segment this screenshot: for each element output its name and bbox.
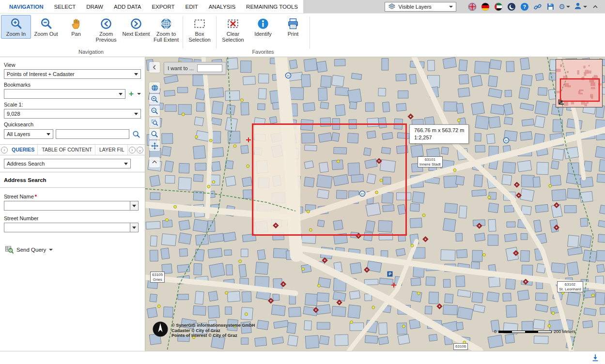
menu-tab-select[interactable]: SELECT [49, 0, 81, 14]
germany-flag-icon[interactable] [481, 2, 490, 12]
street-number-dropdown-button[interactable] [130, 223, 138, 232]
bookmark-menu-caret[interactable] [137, 93, 141, 97]
query-type-value: Address Search [7, 161, 45, 167]
tool-clear-selection[interactable]: Clear Selection [218, 15, 248, 45]
quicksearch-search-icon[interactable] [132, 129, 141, 139]
map-zoom-extent-icon[interactable] [149, 129, 160, 139]
tabs-scroll-left-icon[interactable]: ‹ [1, 147, 8, 153]
i-want-to-widget[interactable]: I want to ... [164, 62, 226, 75]
uae-flag-icon[interactable] [494, 2, 503, 12]
quicksearch-label: Quicksearch [4, 121, 141, 127]
tool-box-selection[interactable]: Box Selection [185, 15, 215, 45]
save-icon[interactable] [546, 2, 556, 12]
print-icon [287, 17, 300, 30]
pan-hand-icon [70, 17, 83, 30]
dark-mode-icon[interactable] [507, 2, 516, 12]
collapse-ribbon-icon[interactable] [590, 2, 600, 12]
scale-select[interactable]: 9,028 [4, 109, 141, 119]
street-name-input[interactable] [4, 201, 130, 210]
map-pan-move-icon[interactable] [149, 140, 160, 151]
globe-icon [160, 17, 173, 30]
tab-table-of-content[interactable]: TABLE OF CONTENT [39, 145, 95, 155]
menu-tab-analysis[interactable]: ANALYSIS [203, 0, 241, 14]
box-selection-icon [193, 17, 206, 30]
i-want-to-label: I want to ... [168, 65, 194, 71]
view-label: View [4, 62, 141, 68]
street-number-label: Street Number [4, 215, 141, 221]
district-label-innere-stadt: 63101 Innere Stadt [418, 156, 443, 167]
street-name-combo [4, 201, 139, 211]
ribbon-group-navigation: Zoom In Zoom Out Pan [1, 14, 181, 57]
ribbon-group-favorites: Clear Selection Identify Print Favorites [218, 14, 308, 57]
download-icon[interactable] [590, 353, 600, 363]
ribbon-group-label [185, 49, 215, 57]
scale-select-value: 9,028 [7, 111, 20, 117]
add-bookmark-button[interactable]: + [128, 90, 135, 98]
street-name-label: Street Name* [4, 194, 141, 199]
tool-print[interactable]: Print [278, 15, 308, 39]
tool-label: Zoom Previous [92, 31, 120, 43]
bookmarks-select[interactable] [4, 89, 125, 99]
ribbon-separator [310, 16, 310, 49]
tool-label: Clear Selection [219, 31, 247, 43]
menu-tab-edit[interactable]: EDIT [180, 0, 203, 14]
user-account-icon [574, 1, 582, 12]
tool-zoom-to-full-extent[interactable]: Zoom to Full Extent [151, 15, 181, 45]
tool-label: Identify [254, 31, 271, 37]
left-panel: View Points of Interest + Cadaster Bookm… [0, 57, 145, 351]
svg-text:?: ? [523, 4, 526, 9]
svg-text:H: H [287, 74, 290, 78]
tool-zoom-out[interactable]: Zoom Out [31, 15, 61, 39]
street-number-combo [4, 223, 139, 232]
map-scroll-up-icon[interactable] [149, 157, 160, 167]
tool-next-extent[interactable]: Next Extent [121, 15, 151, 39]
next-extent-icon [130, 17, 143, 30]
layers-icon [388, 2, 396, 11]
i-want-to-input[interactable] [197, 64, 222, 72]
zoom-out-icon [40, 17, 53, 30]
tool-zoom-in[interactable]: Zoom In [1, 15, 31, 39]
ribbon-group-selection: Box Selection [185, 14, 215, 57]
map-zoom-in-icon[interactable] [149, 94, 160, 105]
menu-tab-draw[interactable]: DRAW [81, 0, 109, 14]
query-type-select[interactable]: Address Search [4, 159, 131, 168]
street-number-input[interactable] [4, 223, 130, 232]
quicksearch-input[interactable] [56, 129, 129, 139]
tool-identify[interactable]: Identify [248, 15, 278, 39]
bookmarks-label: Bookmarks [4, 82, 141, 88]
map-zoom-out-icon[interactable] [149, 106, 160, 116]
tab-layer-filter[interactable]: LAYER FIL [96, 145, 128, 155]
tool-label: Pan [71, 31, 81, 37]
scalebar-zero: 0 [494, 329, 496, 334]
view-select[interactable]: Points of Interest + Cadaster [4, 69, 141, 79]
visible-layers-select[interactable]: Visible Layers [385, 2, 456, 12]
scale-label: Scale 1: [4, 102, 141, 107]
chevron-down-icon [566, 6, 570, 10]
map-globe-icon[interactable] [149, 82, 160, 93]
tool-label: Next Extent [123, 31, 150, 37]
settings-button[interactable]: ⚙ [559, 2, 570, 12]
menu-tab-remaining-tools[interactable]: REMAINING TOOLS [241, 0, 303, 14]
menu-tab-add-data[interactable]: ADD DATA [109, 0, 146, 14]
collapse-panel-icon[interactable] [149, 62, 160, 73]
street-name-dropdown-button[interactable] [130, 201, 138, 210]
tool-pan[interactable]: Pan [61, 15, 91, 39]
quicksearch-layer-select[interactable]: All Layers [4, 129, 53, 139]
user-account-button[interactable] [574, 1, 587, 12]
chevron-down-icon [583, 6, 587, 10]
uk-flag-icon[interactable] [467, 2, 477, 12]
menu-tab-navigation[interactable]: NAVIGATION [4, 0, 49, 14]
link-icon[interactable] [533, 2, 543, 12]
map-zoom-window-icon[interactable] [149, 117, 160, 128]
help-icon[interactable]: ? [520, 2, 529, 12]
tabs-overflow-icon[interactable]: ⌄ [137, 147, 143, 153]
send-query-button[interactable]: Send Query [5, 245, 141, 255]
overview-map[interactable] [556, 59, 603, 107]
menu-tab-export[interactable]: EXPORT [146, 0, 180, 14]
tab-queries[interactable]: QUERIES [9, 145, 38, 155]
tool-zoom-previous[interactable]: Zoom Previous [91, 15, 121, 45]
clear-selection-icon [227, 17, 240, 30]
tabs-scroll-right-icon[interactable]: › [129, 147, 136, 153]
map-viewport[interactable]: H H H P [145, 57, 605, 351]
chevron-down-icon [449, 6, 453, 10]
